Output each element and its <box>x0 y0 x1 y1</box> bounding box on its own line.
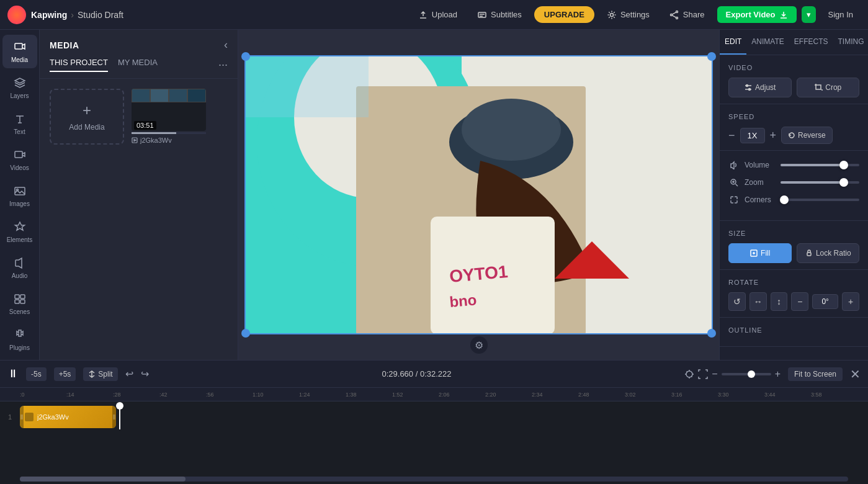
media-content: + Add Media 03:51 j <box>40 79 238 360</box>
brand-name: Kapwing <box>31 10 67 20</box>
speed-increase-button[interactable]: + <box>770 129 777 142</box>
reverse-button[interactable]: Reverse <box>781 127 833 144</box>
upgrade-button[interactable]: UPGRADE <box>534 6 594 23</box>
corners-slider[interactable] <box>781 199 859 201</box>
zoom-slider[interactable] <box>781 181 859 184</box>
fit-to-screen-button[interactable]: Fit to Screen <box>788 367 843 381</box>
speed-row: − 1X + Reverse <box>728 127 859 144</box>
settings-button[interactable]: Settings <box>599 6 657 24</box>
canvas-settings-button[interactable]: ⚙ <box>470 336 488 354</box>
volume-slider[interactable] <box>781 164 859 166</box>
volume-icon <box>728 159 740 171</box>
playhead[interactable] <box>119 405 120 429</box>
media-panel-close-button[interactable]: ‹ <box>224 38 228 52</box>
svg-line-7 <box>672 15 676 17</box>
canvas-frame[interactable]: OYTO1 bno <box>244 55 713 334</box>
track-clip[interactable]: j2Gka3Wv <box>20 406 116 428</box>
sidebar-item-media[interactable]: Media <box>2 35 37 68</box>
media-frame-2 <box>150 89 169 102</box>
tab-this-project[interactable]: THIS PROJECT <box>50 58 108 72</box>
sidebar-item-layers[interactable]: Layers <box>2 71 37 104</box>
tab-edit[interactable]: EDIT <box>720 30 746 55</box>
share-button[interactable]: Share <box>662 6 712 24</box>
timeline-close-button[interactable]: ✕ <box>850 367 861 382</box>
signin-button[interactable]: Sign In <box>821 6 861 23</box>
rotate-input[interactable] <box>812 294 838 309</box>
sidebar-item-elements[interactable]: Elements <box>2 215 37 248</box>
skip-forward-button[interactable]: +5s <box>54 367 76 381</box>
tab-effects[interactable]: EFFECTS <box>789 30 833 55</box>
outline-section-title: OUTLINE <box>728 326 859 334</box>
ruler-42: :42 <box>159 392 168 398</box>
clip-right-handle-lines <box>113 413 115 421</box>
rotate-minus-button[interactable]: − <box>791 292 808 311</box>
ruler-56: :56 <box>206 392 214 398</box>
elements-label: Elements <box>7 236 33 243</box>
subtitles-icon <box>477 10 487 20</box>
kapwing-logo <box>7 6 26 24</box>
clip-left-handle[interactable] <box>20 406 24 428</box>
canvas-area: OYTO1 bno ⚙ <box>238 30 719 360</box>
volume-thumb[interactable] <box>839 161 848 169</box>
reverse-icon <box>788 132 795 139</box>
ruler-330: 3:30 <box>718 392 729 398</box>
sidebar-item-audio[interactable]: Audio <box>2 251 37 284</box>
export-button[interactable]: Export Video <box>717 6 797 23</box>
flip-v-button[interactable]: ↕ <box>771 292 788 311</box>
svg-text:bno: bno <box>449 291 477 310</box>
upload-button[interactable]: Upload <box>411 6 465 24</box>
timeline-scrollbar-thumb[interactable] <box>20 477 186 482</box>
size-section: SIZE Fill Lock Ratio <box>720 221 868 270</box>
zoom-thumb[interactable] <box>839 178 848 187</box>
corners-thumb[interactable] <box>780 195 789 204</box>
sidebar-item-scenes[interactable]: Scenes <box>2 287 37 320</box>
rotate-plus-button[interactable]: + <box>842 292 859 311</box>
clip-handle-lines <box>20 413 23 421</box>
size-section-title: SIZE <box>728 230 859 237</box>
speed-value: 1X <box>740 128 765 143</box>
add-media-label: Add Media <box>69 123 104 132</box>
speed-decrease-button[interactable]: − <box>728 129 735 142</box>
media-thumbnail[interactable]: 03:51 j2Gka3Wv <box>132 89 206 145</box>
layers-label: Layers <box>10 92 29 99</box>
tab-my-media[interactable]: MY MEDIA <box>118 58 158 72</box>
tab-timing[interactable]: TIMING <box>833 30 868 55</box>
crop-icon <box>814 83 823 92</box>
fill-button[interactable]: Fill <box>728 243 792 263</box>
skip-back-button[interactable]: -5s <box>26 367 47 381</box>
timeline-zoom-slider[interactable] <box>722 373 771 375</box>
sidebar-item-images[interactable]: Images <box>2 179 37 212</box>
clip-right-handle[interactable] <box>112 406 116 428</box>
undo-button[interactable]: ↩ <box>125 368 133 380</box>
adjust-button[interactable]: Adjust <box>728 78 792 97</box>
sidebar-item-text[interactable]: Text <box>2 107 37 140</box>
zoom-out-button[interactable]: − <box>712 369 717 380</box>
fill-icon <box>749 249 758 258</box>
play-pause-button[interactable]: ⏸ <box>7 367 19 380</box>
elements-icon <box>12 220 27 235</box>
rotate-ccw-button[interactable]: ↺ <box>728 292 746 311</box>
timeline-zoom-thumb[interactable] <box>748 370 755 378</box>
svg-rect-9 <box>15 43 22 49</box>
timeline-toolbar: ⏸ -5s +5s Split ↩ ↪ 0:29.660 / 0:32.222 … <box>0 361 868 388</box>
media-tab-more-button[interactable]: ··· <box>218 58 228 72</box>
svg-point-33 <box>749 89 751 91</box>
plugins-label: Plugins <box>9 344 30 351</box>
sidebar-item-plugins[interactable]: Plugins <box>2 323 37 356</box>
timeline-scrollbar[interactable] <box>20 477 848 482</box>
ruler-0: :0 <box>20 392 25 398</box>
sidebar-item-videos[interactable]: Videos <box>2 143 37 176</box>
ruler-124: 1:24 <box>299 392 310 398</box>
subtitles-button[interactable]: Subtitles <box>470 6 529 24</box>
lock-ratio-button[interactable]: Lock Ratio <box>797 243 860 263</box>
zoom-in-button[interactable]: + <box>775 369 781 380</box>
redo-button[interactable]: ↪ <box>141 368 149 380</box>
rotate-controls: ↺ ↔ ↕ − + <box>728 292 859 311</box>
ruler-138: 1:38 <box>346 392 357 398</box>
add-media-box[interactable]: + Add Media <box>50 89 124 145</box>
flip-h-button[interactable]: ↔ <box>749 292 767 311</box>
split-button[interactable]: Split <box>83 367 117 381</box>
tab-animate[interactable]: ANIMATE <box>746 30 789 55</box>
export-dropdown-button[interactable]: ▾ <box>802 6 816 23</box>
crop-button[interactable]: Crop <box>797 78 860 97</box>
